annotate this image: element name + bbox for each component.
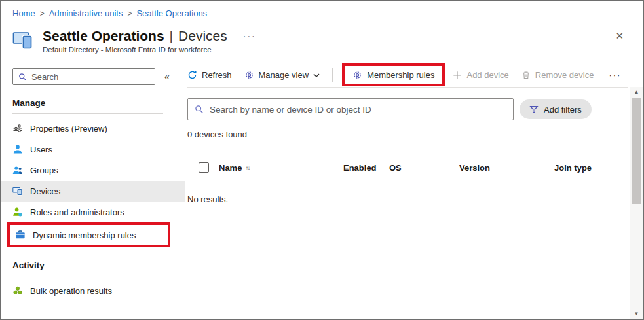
remove-device-label: Remove device [535, 70, 594, 80]
breadcrumb-home[interactable]: Home [12, 9, 35, 18]
add-device-label: Add device [466, 70, 508, 80]
sidebar-item-label: Groups [30, 166, 58, 175]
device-search-input[interactable] [210, 105, 506, 115]
briefcase-icon [15, 230, 26, 240]
column-header-join-type[interactable]: Join type [554, 163, 628, 173]
sidebar-item-label: Roles and administrators [30, 207, 124, 217]
title-more-menu[interactable]: ··· [243, 31, 256, 41]
search-icon [18, 73, 27, 81]
gear-icon [244, 70, 254, 80]
command-bar: Refresh Manage view [187, 63, 628, 87]
devices-icon [12, 30, 35, 51]
manage-view-button[interactable]: Manage view [244, 70, 320, 80]
sidebar: « Manage Properties (Preview) Users [1, 63, 185, 319]
column-header-os[interactable]: OS [389, 163, 459, 173]
refresh-icon [187, 70, 197, 80]
select-all-checkbox[interactable] [199, 162, 209, 173]
add-filters-button[interactable]: Add filters [520, 99, 592, 119]
add-device-button[interactable]: Add device [453, 70, 508, 80]
bulk-results-icon [12, 285, 23, 296]
scrollbar-thumb[interactable] [632, 98, 641, 204]
breadcrumb-separator: > [40, 9, 45, 18]
sidebar-item-dynamic-membership-rules[interactable]: Dynamic membership rules [10, 225, 168, 245]
title-separator: | [170, 28, 173, 44]
sidebar-item-users[interactable]: Users [1, 139, 185, 160]
roles-icon [12, 207, 23, 217]
sidebar-item-properties[interactable]: Properties (Preview) [1, 118, 185, 139]
directory-subtitle: Default Directory - Microsoft Entra ID f… [43, 46, 256, 54]
collapse-sidebar-icon[interactable]: « [164, 71, 170, 82]
sidebar-search-input[interactable] [31, 72, 149, 82]
more-commands-icon[interactable]: ··· [609, 70, 621, 80]
divider [12, 276, 163, 276]
trash-icon [521, 70, 531, 80]
page-title: Seattle Operations [43, 28, 164, 44]
sidebar-item-bulk-operation-results[interactable]: Bulk operation results [1, 280, 185, 301]
group-icon [12, 165, 23, 175]
scroll-up-icon[interactable]: ▲ [634, 87, 639, 97]
sidebar-item-label: Devices [30, 187, 60, 196]
column-header-name[interactable]: Name ↑↓ [219, 163, 343, 173]
highlight-box-dynamic-membership-rules: Dynamic membership rules [7, 222, 170, 247]
breadcrumb: Home > Administrative units > Seattle Op… [12, 9, 207, 18]
sidebar-item-label: Dynamic membership rules [33, 230, 136, 240]
user-icon [12, 144, 23, 154]
breadcrumb-separator: > [127, 9, 132, 18]
close-icon[interactable]: ✕ [615, 30, 624, 42]
devices-icon [12, 186, 23, 196]
sidebar-item-groups[interactable]: Groups [1, 160, 185, 181]
device-table-header: Name ↑↓ Enabled OS Version Join type [187, 157, 628, 178]
sidebar-section-activity: Activity [12, 260, 185, 270]
main-content: Refresh Manage view [187, 63, 628, 204]
search-icon [195, 105, 204, 114]
vertical-scrollbar[interactable]: ▲ ▼ [630, 87, 643, 319]
chevron-down-icon [313, 73, 320, 77]
toolbar-separator [332, 68, 333, 82]
sidebar-item-roles-and-administrators[interactable]: Roles and administrators [1, 202, 185, 222]
sort-icon: ↑↓ [245, 164, 249, 171]
filter-icon [529, 105, 539, 114]
device-count: 0 devices found [187, 130, 628, 139]
sidebar-item-label: Bulk operation results [30, 286, 112, 296]
sidebar-item-label: Users [30, 145, 52, 154]
divider [187, 87, 628, 88]
column-header-enabled[interactable]: Enabled [343, 163, 389, 173]
add-filters-label: Add filters [544, 105, 582, 115]
column-label: Name [219, 163, 242, 173]
gear-icon [352, 70, 362, 80]
highlight-box-membership-rules: Membership rules [342, 63, 445, 86]
device-search-box [187, 98, 514, 120]
scroll-down-icon[interactable]: ▼ [634, 309, 639, 319]
remove-device-button[interactable]: Remove device [521, 70, 594, 80]
sidebar-section-manage: Manage [12, 98, 185, 108]
refresh-label: Refresh [202, 70, 232, 80]
divider [12, 113, 163, 114]
membership-rules-button[interactable]: Membership rules [352, 70, 434, 80]
column-header-version[interactable]: Version [459, 163, 554, 173]
page-section-title: Devices [178, 28, 227, 44]
membership-rules-label: Membership rules [367, 70, 434, 80]
sliders-icon [12, 123, 23, 133]
breadcrumb-administrative-units[interactable]: Administrative units [49, 9, 123, 18]
sidebar-item-label: Properties (Preview) [30, 124, 107, 133]
divider [187, 181, 628, 181]
refresh-button[interactable]: Refresh [187, 70, 232, 80]
page-header: Seattle Operations | Devices ··· Default… [12, 28, 256, 54]
administrative-unit-devices-page: Home > Administrative units > Seattle Op… [0, 0, 644, 320]
breadcrumb-seattle-operations[interactable]: Seattle Operations [136, 9, 207, 18]
sidebar-item-devices[interactable]: Devices [1, 181, 185, 202]
plus-icon [453, 71, 462, 80]
sidebar-search-box [12, 68, 155, 85]
empty-results-message: No results. [187, 194, 628, 204]
manage-view-label: Manage view [259, 70, 309, 80]
